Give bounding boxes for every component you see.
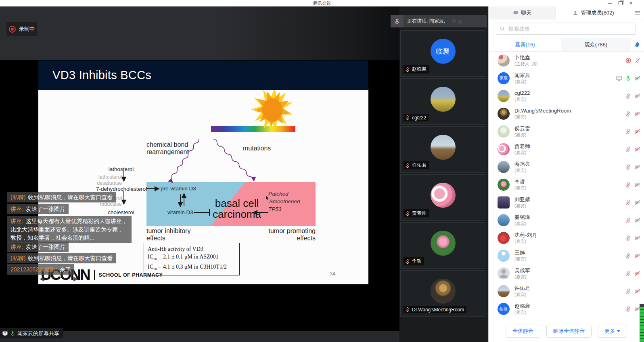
tab-audience[interactable]: 观众(786) [561,38,631,51]
member-name: 王婷 [514,250,526,255]
recording-indicator[interactable]: 录制中 [6,22,37,36]
label-tp53: TP53 [268,206,281,212]
mic-muted-icon[interactable] [625,164,631,170]
member-row[interactable]: 吴成军 (嘉宾) [489,265,644,282]
unmute-all-button[interactable]: 解除全体静音 [546,325,592,338]
slideshow-nav-controls[interactable]: ◀ ✎ ▪ ▶ [40,275,81,282]
video-tile[interactable]: 许佑君 [400,126,485,173]
screen-share-status: 闻家辰的屏幕共享 [0,328,63,338]
member-status-icons [625,123,641,140]
tab-manage-members[interactable]: 管理成员(802) [556,6,631,19]
mic-muted-icon[interactable] [625,146,631,152]
tab-guests[interactable]: 嘉宾(16) [489,38,561,51]
label-cholesterol: cholesterol [99,209,143,215]
camera-muted-icon[interactable] [634,199,641,206]
mic-muted-icon[interactable] [625,306,631,312]
camera-muted-icon[interactable] [634,111,641,117]
video-tile[interactable]: 临襄 赵临襄 [400,30,485,77]
video-tile[interactable]: Dr.Wang'sMeetingRoom [400,270,485,317]
camera-muted-icon[interactable] [634,128,641,135]
mic-muted-icon[interactable] [625,181,631,188]
mute-all-button[interactable]: 全体静音 [506,325,540,338]
member-row[interactable]: 秦铭泽 (嘉宾) [489,211,644,229]
mic-muted-icon[interactable] [625,199,631,206]
member-role: (主持人, 我) [514,62,537,66]
panel-menu-button[interactable] [631,6,644,19]
minimize-button[interactable]: ─ [608,0,612,6]
member-row[interactable]: 家辰 闻家辰 (嘉宾) [489,69,644,87]
video-tile[interactable]: cgl222 [400,78,485,125]
member-row[interactable]: 蒋旭亮 (嘉宾) [489,158,644,176]
camera-muted-icon[interactable] [634,181,641,188]
member-status-icons [625,300,641,318]
mic-muted-icon[interactable] [625,93,631,99]
mic-muted-icon[interactable] [625,252,631,259]
video-name-badge: 李哲 [404,257,424,265]
avatar [498,179,510,191]
camera-muted-icon[interactable] [634,270,641,277]
member-search[interactable] [496,23,636,35]
camera-muted-icon[interactable] [634,217,641,223]
search-icon [500,26,505,31]
member-name: 秦铭泽 [514,215,530,220]
member-status-icons [625,282,641,300]
member-name: 沈药-刘丹 [514,232,537,238]
presentation-slide: VD3 Inhibits BCCs chemical bond rearrang… [38,60,368,284]
chat-text: 发送了一张图片 [26,206,65,212]
search-input[interactable] [508,25,636,32]
chat-overlay-message: 202123052刘耀阳:来了 [7,264,74,275]
avatar [498,108,510,120]
tab-chat[interactable]: 聊天 [489,6,556,19]
member-role: (嘉宾) [514,310,530,315]
member-row[interactable]: 侯云雷 (嘉宾) [489,123,644,140]
mic-muted-icon[interactable] [625,270,631,277]
member-row[interactable]: 李哲 (嘉宾) [489,176,644,194]
window-title: 腾讯会议 [0,0,644,6]
mic-on-icon [10,330,16,336]
shared-screen-canvas: VD3 Inhibits BCCs chemical bond rearrang… [0,60,399,331]
member-row[interactable]: cgl222 (嘉宾) [489,87,644,105]
member-role: (嘉宾) [514,97,530,102]
member-row[interactable]: 王婷 (嘉宾) [489,247,644,265]
mic-muted-icon[interactable] [634,57,641,64]
label-smoothened: Smoothened [269,198,300,204]
mic-muted-icon[interactable] [625,128,631,135]
member-role: (嘉宾) [514,115,571,119]
participant-name: 贾老师 [412,210,427,217]
video-name-badge: 许佑君 [404,161,429,169]
mic-muted-icon[interactable] [625,111,631,117]
camera-muted-icon[interactable] [634,93,641,99]
video-tile[interactable]: 贾老师 [400,174,485,221]
member-row[interactable]: 许佑君 (嘉宾) [489,282,644,300]
member-role: (嘉宾) [514,204,530,208]
member-row[interactable]: 临襄 赵临襄 (嘉宾) [489,300,644,318]
mic-muted-icon[interactable] [625,217,631,223]
camera-muted-icon[interactable] [634,164,641,170]
restore-button[interactable] [619,1,623,5]
participant-name: 许佑君 [412,162,427,169]
mic-muted-icon[interactable] [391,15,404,27]
participant-name: Dr.Wang'sMeetingRoom [412,307,464,313]
video-tile[interactable]: 李哲 [400,222,485,269]
member-row[interactable]: 沈药-刘丹 (嘉宾) [489,229,644,247]
member-list: 卜艳鑫 (主持人, 我) 家辰 闻家辰 (嘉宾) cgl222 (嘉宾) Dr.… [489,52,644,318]
mic-on-icon[interactable] [625,75,631,81]
member-row[interactable]: 刘亚婧 (嘉宾) [489,194,644,211]
member-status-icons [625,229,641,247]
slide-title: VD3 Inhibits BCCs [52,69,151,82]
camera-muted-icon[interactable] [634,235,641,241]
raise-hand-button[interactable] [631,38,644,51]
more-button[interactable]: 更多 [598,325,627,338]
member-row[interactable]: 卜艳鑫 (主持人, 我) [489,52,644,69]
mic-muted-icon[interactable] [625,235,631,241]
close-button[interactable]: × [629,0,633,6]
camera-muted-icon[interactable] [634,75,641,81]
member-row[interactable]: Dr.Wang'sMeetingRoom (嘉宾) [489,105,644,123]
camera-muted-icon[interactable] [634,252,641,259]
mic-muted-icon[interactable] [625,288,631,294]
camera-muted-icon[interactable] [634,146,641,152]
member-name: cgl222 [514,90,530,96]
avatar [498,90,510,102]
camera-muted-icon[interactable] [634,288,641,294]
member-row[interactable]: 贾老师 (嘉宾) [489,140,644,158]
